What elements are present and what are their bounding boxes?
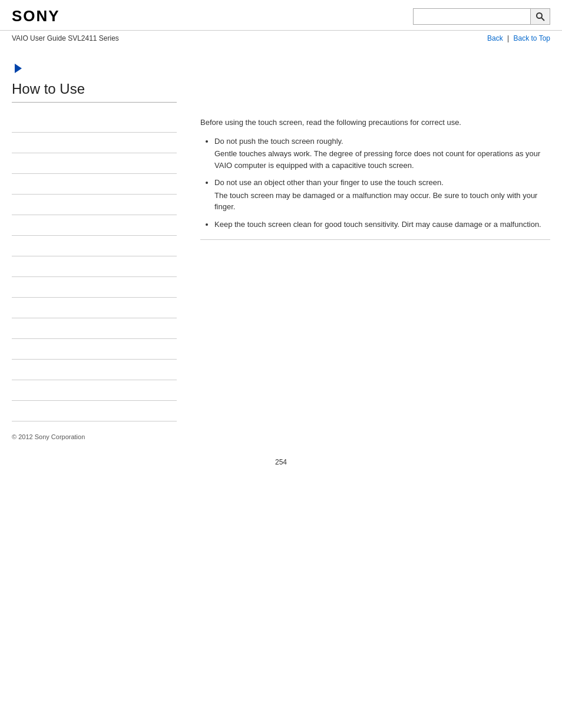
sidebar-nav-link[interactable] xyxy=(12,262,177,271)
content-divider xyxy=(200,239,550,240)
sidebar-nav-link[interactable] xyxy=(12,365,177,374)
svg-point-0 xyxy=(537,13,542,18)
list-item: Do not use an object other than your fin… xyxy=(214,177,550,213)
list-item-detail: Gentle touches always work. The degree o… xyxy=(214,148,550,171)
sidebar-nav-link[interactable] xyxy=(12,283,177,291)
sidebar-nav-link[interactable] xyxy=(12,242,177,250)
list-item xyxy=(12,215,177,236)
sidebar-nav xyxy=(12,112,177,421)
list-item xyxy=(12,360,177,380)
list-item: Keep the touch screen clean for good tou… xyxy=(214,219,550,230)
section-title: How to Use xyxy=(12,81,177,103)
list-item-main: Do not use an object other than your fin… xyxy=(214,178,444,187)
sidebar-nav-link[interactable] xyxy=(12,386,177,394)
sony-logo: SONY xyxy=(12,7,60,25)
sidebar-nav-link[interactable] xyxy=(12,200,177,209)
list-item xyxy=(12,318,177,339)
main-container: How to Use Before using the touch screen… xyxy=(0,46,562,421)
search-icon xyxy=(535,12,545,21)
sub-header: VAIO User Guide SVL2411 Series Back | Ba… xyxy=(0,31,562,46)
list-item xyxy=(12,380,177,401)
chevron-right-icon xyxy=(15,64,22,73)
back-link[interactable]: Back xyxy=(487,34,503,42)
sidebar-nav-link[interactable] xyxy=(12,159,177,167)
sidebar-nav-link[interactable] xyxy=(12,221,177,229)
search-button[interactable] xyxy=(531,8,550,25)
list-item xyxy=(12,401,177,421)
list-item xyxy=(12,339,177,360)
search-area xyxy=(413,8,550,25)
guide-title: VAIO User Guide SVL2411 Series xyxy=(12,34,119,42)
list-item xyxy=(12,153,177,174)
list-item xyxy=(12,174,177,195)
back-to-top-link[interactable]: Back to Top xyxy=(514,34,550,42)
page-number: 254 xyxy=(0,452,562,472)
list-item xyxy=(12,277,177,298)
sidebar: How to Use xyxy=(12,46,189,421)
sidebar-nav-link[interactable] xyxy=(12,407,177,415)
sidebar-nav-link[interactable] xyxy=(12,345,177,353)
sidebar-nav-link[interactable] xyxy=(12,118,177,126)
list-item-detail: The touch screen may be damaged or a mal… xyxy=(214,190,550,213)
search-input[interactable] xyxy=(413,8,531,25)
list-item xyxy=(12,236,177,256)
list-item xyxy=(12,133,177,153)
header: SONY xyxy=(0,0,562,31)
content-intro: Before using the touch screen, read the … xyxy=(200,117,550,129)
content-list: Do not push the touch screen roughly. Ge… xyxy=(200,136,550,230)
sidebar-nav-link[interactable] xyxy=(12,180,177,188)
footer: © 2012 Sony Corporation xyxy=(0,421,562,452)
list-item: Do not push the touch screen roughly. Ge… xyxy=(214,136,550,172)
nav-separator: | xyxy=(507,34,509,42)
sidebar-nav-link[interactable] xyxy=(12,304,177,312)
sidebar-nav-link[interactable] xyxy=(12,324,177,332)
svg-line-1 xyxy=(541,18,544,21)
list-item xyxy=(12,256,177,277)
list-item xyxy=(12,298,177,318)
list-item-main: Do not push the touch screen roughly. xyxy=(214,137,343,146)
sidebar-nav-link[interactable] xyxy=(12,139,177,147)
list-item xyxy=(12,195,177,215)
content-area: Before using the touch screen, read the … xyxy=(189,46,550,421)
nav-links: Back | Back to Top xyxy=(487,34,550,42)
copyright: © 2012 Sony Corporation xyxy=(12,433,85,440)
list-item xyxy=(12,112,177,133)
list-item-main: Keep the touch screen clean for good tou… xyxy=(214,220,541,229)
